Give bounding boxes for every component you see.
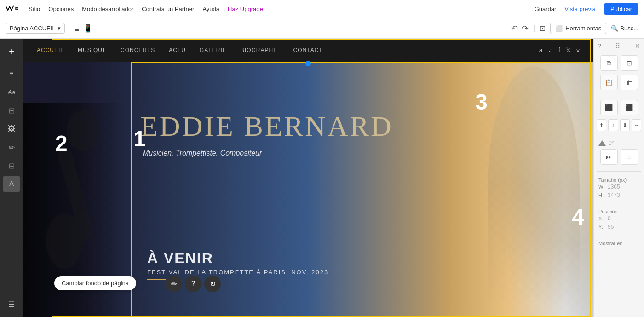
right-silhouette <box>488 66 580 305</box>
amazon-icon[interactable]: a <box>539 46 543 54</box>
align-top-button[interactable]: ⬆ <box>597 119 606 131</box>
media-icon[interactable]: 🖼 <box>3 121 20 137</box>
collapse-icon[interactable]: ⊡ <box>540 24 546 33</box>
y-value: 55 <box>608 224 614 230</box>
top-bar: ix Sitio Opciones Modo desarrollador Con… <box>0 0 644 18</box>
herramientas-button[interactable]: ⬜ Herramientas <box>550 23 606 34</box>
vista-previa-button[interactable]: Vista previa <box>564 6 596 12</box>
nav-musique[interactable]: MUSIQUE <box>78 47 107 53</box>
step-forward-icon[interactable]: ⏭ <box>600 149 618 165</box>
ayuda-nav[interactable]: Ayuda <box>202 6 219 12</box>
align-row-1: ⬛ ⬛ <box>597 100 641 115</box>
step-2-label: 2 <box>55 131 68 156</box>
nav-concerts[interactable]: CONCERTS <box>121 47 155 53</box>
svg-point-1 <box>67 110 99 151</box>
buscar-button[interactable]: 🔍 Busc... <box>611 25 638 32</box>
page-selector[interactable]: Página ACCUEIL ▾ <box>6 23 65 34</box>
publicar-button[interactable]: Publicar <box>604 3 638 15</box>
panel-divider-2 <box>597 137 641 137</box>
nav-actu[interactable]: ACTU <box>169 47 186 53</box>
duplicate-button[interactable]: ⊡ <box>621 55 638 71</box>
undo-button[interactable]: ↶ <box>511 23 518 34</box>
cambiar-fondo-button[interactable]: Cambiar fondo de página <box>54 276 136 290</box>
nav-contact[interactable]: CONTACT <box>293 47 323 53</box>
redo-button[interactable]: ↷ <box>522 23 529 34</box>
align-bottom-button[interactable]: ⬇ <box>620 119 630 131</box>
chevron-down-icon[interactable]: ▾ <box>58 25 61 32</box>
cambiar-fondo-label: Cambiar fondo de página <box>62 280 129 287</box>
spotify-icon[interactable]: ♫ <box>548 46 553 54</box>
desktop-view-icon[interactable]: 🖥 <box>73 24 80 33</box>
position-label: Posición <box>598 209 639 214</box>
nav-galerie[interactable]: GALERIE <box>200 47 227 53</box>
guardar-button[interactable]: Guardar <box>535 6 557 12</box>
festival-text: FESTIVAL DE LA TROMPETTE À PARIS, NOV. 2… <box>147 269 328 276</box>
panel-close-button[interactable]: ✕ <box>635 42 640 50</box>
help-circle-icon[interactable]: ? <box>185 276 201 292</box>
panel-header: ? ⠿ ✕ <box>597 42 641 50</box>
table-icon[interactable]: ⊟ <box>3 157 20 174</box>
canvas-inner: ACCUEIL MUSIQUE CONCERTS ACTU GALERIE BI… <box>23 39 593 317</box>
x-row: X: 0 <box>597 215 641 222</box>
right-panel: ? ⠿ ✕ ⧉ ⊡ 📋 🗑 ⬛ ⬛ ⬆ ↕ ⬇ ↔ 0° <box>593 39 644 317</box>
apps-icon[interactable]: ⊞ <box>3 102 20 119</box>
delete-button[interactable]: 🗑 <box>621 75 638 90</box>
opciones-nav[interactable]: Opciones <box>48 6 74 12</box>
x-label: X: <box>598 216 606 221</box>
nav-accueil[interactable]: ACCUEIL <box>37 47 64 53</box>
step-align-icon[interactable]: ≡ <box>621 149 638 165</box>
twitter-icon[interactable]: 𝕏 <box>566 46 571 54</box>
w-label: W: <box>598 184 606 190</box>
undo-redo-controls: ↶ ↷ <box>511 23 529 34</box>
hero-subtitle: Musicien. Trompettiste. Compositeur <box>143 149 262 157</box>
rotation-icon <box>598 140 606 146</box>
panel-divider-4 <box>597 203 641 203</box>
left-sidebar: + ≡ Aa ⊞ 🖼 ✏ ⊟ A ☰ <box>0 39 23 317</box>
mobile-view-icon[interactable]: 📱 <box>83 24 92 33</box>
paste-button[interactable]: 📋 <box>600 75 618 90</box>
nav-biographie[interactable]: BIOGRAPHIE <box>241 47 280 53</box>
x-value: 0 <box>608 215 611 222</box>
haz-upgrade-link[interactable]: Haz Upgrade <box>228 6 263 12</box>
social-icons: a ♫ f 𝕏 v <box>539 46 580 54</box>
refresh-icon[interactable]: ↻ <box>204 276 221 292</box>
floating-actions: ✏ ? ↻ <box>166 276 221 292</box>
align-center-v-button[interactable]: ↕ <box>608 119 618 131</box>
panel-grid-icon[interactable]: ⠿ <box>615 42 620 50</box>
facebook-icon[interactable]: f <box>558 46 560 54</box>
svg-point-3 <box>46 213 83 269</box>
panel-divider-3 <box>597 171 641 172</box>
modo-desarrollador-nav[interactable]: Modo desarrollador <box>82 6 133 12</box>
text2-icon[interactable]: A <box>3 176 20 192</box>
rotation-value: 0° <box>609 140 614 146</box>
upcoming-label: À VENIR <box>147 250 328 267</box>
sitio-nav[interactable]: Sitio <box>29 6 40 12</box>
align-left-button[interactable]: ⬛ <box>600 100 618 115</box>
panel-help-icon[interactable]: ? <box>598 42 601 50</box>
herramientas-icon: ⬜ <box>555 25 563 32</box>
pages-icon[interactable]: ≡ <box>3 65 20 82</box>
clipboard-row: 📋 🗑 <box>597 75 641 90</box>
copy-button[interactable]: ⧉ <box>600 55 618 71</box>
y-row: Y: 55 <box>597 224 641 230</box>
search-icon: 🔍 <box>611 25 618 32</box>
align-row-2: ⬆ ↕ ⬇ ↔ <box>597 119 641 131</box>
panel-divider-1 <box>597 97 641 97</box>
text-icon[interactable]: Aa <box>3 84 20 100</box>
view-toggle: 🖥 📱 <box>73 24 92 33</box>
vimeo-icon[interactable]: v <box>576 46 580 54</box>
y-label: Y: <box>598 224 606 230</box>
blue-selection-dot[interactable] <box>305 61 311 66</box>
step-3-label: 3 <box>475 89 488 115</box>
panel-divider-5 <box>597 235 641 235</box>
align-center-h-button[interactable]: ↔ <box>632 119 641 131</box>
edit-pencil-icon[interactable]: ✏ <box>166 276 182 292</box>
contrata-partner-nav[interactable]: Contrata un Partner <box>142 6 194 12</box>
layers-icon[interactable]: ☰ <box>3 296 20 312</box>
underline-decoration <box>147 279 166 280</box>
add-element-button[interactable]: + <box>3 43 20 60</box>
nav-links: ACCUEIL MUSIQUE CONCERTS ACTU GALERIE BI… <box>37 47 323 53</box>
h-label: H: <box>598 192 606 198</box>
draw-icon[interactable]: ✏ <box>3 139 20 156</box>
align-right-button[interactable]: ⬛ <box>621 100 638 115</box>
